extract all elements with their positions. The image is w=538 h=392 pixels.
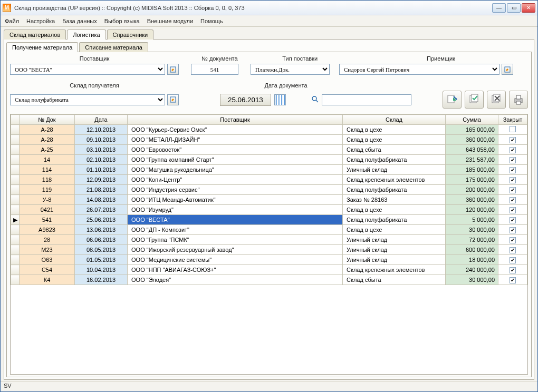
- cell-supplier: ООО "ВЕСТА": [128, 215, 343, 225]
- tab-panel: Получение материала Списание материала П…: [4, 39, 534, 380]
- cell-date: 06.06.2013: [75, 235, 128, 245]
- col-warehouse[interactable]: Склад: [343, 115, 446, 125]
- cell-closed[interactable]: ✔: [498, 205, 527, 215]
- col-sum[interactable]: Сумма: [446, 115, 498, 125]
- table-row[interactable]: А-2503.10.2013 ООО "Евровосток" Склад сб…: [11, 145, 527, 155]
- col-date[interactable]: Дата: [75, 115, 128, 125]
- cell-warehouse: Склад сбыта: [343, 275, 446, 285]
- row-marker: [11, 225, 20, 235]
- data-table: № Док Дата Поставщик Склад Сумма Закрыт …: [11, 114, 527, 285]
- cell-supplier: ООО "МЕТАЛЛ-ДИЗАЙН": [128, 135, 343, 145]
- apply-button[interactable]: [465, 91, 484, 109]
- table-row[interactable]: 1402.10.2013 ООО "Группа компаний Старт"…: [11, 155, 527, 165]
- cell-sum: 30 000,00: [446, 225, 498, 235]
- row-marker: [11, 235, 20, 245]
- cell-closed[interactable]: ✔: [498, 165, 527, 175]
- cell-closed[interactable]: ✔: [498, 235, 527, 245]
- docnum-input[interactable]: [191, 64, 238, 75]
- cell-closed[interactable]: ✔: [498, 135, 527, 145]
- sub-panel: Поставщик № документа Тип поставки Прием…: [6, 52, 532, 377]
- cell-supplier: ООО "ИТЦ Меандр-Автоматик": [128, 195, 343, 205]
- col-closed[interactable]: Закрыт: [498, 115, 527, 125]
- table-row[interactable]: К416.02.2013 ООО "Элодея" Склад сбыта30 …: [11, 275, 527, 285]
- menu-help[interactable]: Помощь: [200, 18, 223, 24]
- table-row[interactable]: 042126.07.2013 ООО "Изумруд" Склад в цех…: [11, 205, 527, 215]
- cell-supplier: ООО "Медицинские системы": [128, 255, 343, 265]
- cell-warehouse: Уличный склад: [343, 165, 446, 175]
- cell-docnum: 0421: [20, 205, 75, 215]
- warehouse-edit-button[interactable]: [167, 94, 179, 105]
- content: Склад материалов Логистика Справочники П…: [1, 27, 537, 381]
- menu-external[interactable]: Внешние модули: [147, 18, 193, 24]
- add-button[interactable]: [443, 91, 462, 109]
- cell-supplier: ООО "Курьер-Сервис Омск": [128, 125, 343, 135]
- tab-directories[interactable]: Справочники: [107, 30, 154, 40]
- cell-date: 01.05.2013: [75, 255, 128, 265]
- cell-supplier: ООО "Группа компаний Старт": [128, 155, 343, 165]
- supplier-edit-button[interactable]: [167, 64, 179, 75]
- edit-icon: [169, 96, 177, 103]
- cell-date: 26.07.2013: [75, 205, 128, 215]
- menu-settings[interactable]: Настройка: [26, 18, 55, 24]
- cell-closed[interactable]: ✔: [498, 145, 527, 155]
- cell-docnum: 28: [20, 235, 75, 245]
- tab-logistics[interactable]: Логистика: [67, 30, 105, 40]
- table-row[interactable]: 11401.10.2013 ООО "Матушка рукодельница"…: [11, 165, 527, 175]
- table-row[interactable]: 11812.09.2013 ООО "Копи-Центр" Склад кре…: [11, 175, 527, 185]
- cell-closed[interactable]: ✔: [498, 245, 527, 255]
- receiver-warehouse-select[interactable]: Склад полуфабриката: [10, 94, 165, 105]
- minimize-button[interactable]: —: [492, 3, 506, 13]
- subtab-writeoff[interactable]: Списание материала: [79, 42, 148, 52]
- cell-closed[interactable]: ✔: [498, 275, 527, 285]
- menubar: Файл Настройка База данных Выбор языка В…: [1, 15, 537, 27]
- cell-closed[interactable]: ✔: [498, 185, 527, 195]
- table-row[interactable]: У-814.08.2013 ООО "ИТЦ Меандр-Автоматик"…: [11, 195, 527, 205]
- cell-warehouse: Уличный склад: [343, 245, 446, 255]
- table-row[interactable]: А982313.06.2013 ООО "ДП - Композит" Скла…: [11, 225, 527, 235]
- col-docnum[interactable]: № Док: [20, 115, 75, 125]
- calendar-icon[interactable]: [274, 94, 286, 105]
- svg-rect-12: [516, 95, 521, 99]
- receiver-edit-button[interactable]: [502, 64, 513, 75]
- cell-closed[interactable]: ✔: [498, 265, 527, 275]
- cell-date: 14.08.2013: [75, 195, 128, 205]
- table-row[interactable]: А-2812.10.2013 ООО "Курьер-Сервис Омск" …: [11, 125, 527, 135]
- table-row[interactable]: 2806.06.2013 ООО "Группа "ПСМК" Уличный …: [11, 235, 527, 245]
- printer-icon: [512, 93, 525, 106]
- table-row[interactable]: ▶54125.06.2013 ООО "ВЕСТА" Склад полуфаб…: [11, 215, 527, 225]
- close-button[interactable]: ✕: [522, 3, 535, 13]
- table-row[interactable]: 11921.08.2013 ООО "Индустрия сервис" Скл…: [11, 185, 527, 195]
- cell-closed[interactable]: ✔: [498, 255, 527, 265]
- cell-closed[interactable]: ✔: [498, 215, 527, 225]
- titlebar: M Склад произвдства (UP версия) :: Copyr…: [1, 1, 537, 15]
- delete-button[interactable]: [487, 91, 506, 109]
- receiver-select[interactable]: Сидоров Сергей Петрович: [339, 64, 499, 75]
- tab-materials[interactable]: Склад материалов: [4, 30, 66, 40]
- col-supplier[interactable]: Поставщик: [128, 115, 343, 125]
- cell-supplier: ООО "Копи-Центр": [128, 175, 343, 185]
- row-marker: [11, 165, 20, 175]
- cell-closed[interactable]: ✔: [498, 175, 527, 185]
- menu-file[interactable]: Файл: [5, 18, 19, 24]
- cell-closed[interactable]: ✔: [498, 225, 527, 235]
- table-row[interactable]: С5410.04.2013 ООО "НПП "АВИАГАЗ-СОЮЗ+" С…: [11, 265, 527, 275]
- cell-date: 12.09.2013: [75, 175, 128, 185]
- search-input[interactable]: [322, 94, 411, 105]
- table-row[interactable]: О6301.05.2013 ООО "Медицинские системы" …: [11, 255, 527, 265]
- subtab-receive[interactable]: Получение материала: [6, 42, 78, 52]
- doc-date-button[interactable]: 25.06.2013: [220, 94, 271, 106]
- supplier-select[interactable]: ООО "ВЕСТА": [10, 64, 165, 75]
- maximize-button[interactable]: ▭: [507, 3, 521, 13]
- sub-tabs: Получение материала Списание материала: [6, 42, 532, 52]
- cell-date: 16.02.2013: [75, 275, 128, 285]
- print-button[interactable]: [509, 91, 528, 109]
- menu-language[interactable]: Выбор языка: [104, 18, 140, 24]
- menu-database[interactable]: База данных: [62, 18, 97, 24]
- cell-closed[interactable]: [498, 125, 527, 135]
- cell-warehouse: Заказ № 28163: [343, 195, 446, 205]
- delivery-type-select[interactable]: Платежн.Док.: [251, 64, 330, 75]
- cell-closed[interactable]: ✔: [498, 155, 527, 165]
- table-row[interactable]: М2308.05.2013 ООО "Ижорский резервуарный…: [11, 245, 527, 255]
- table-row[interactable]: А-2809.10.2013 ООО "МЕТАЛЛ-ДИЗАЙН" Склад…: [11, 135, 527, 145]
- cell-closed[interactable]: ✔: [498, 195, 527, 205]
